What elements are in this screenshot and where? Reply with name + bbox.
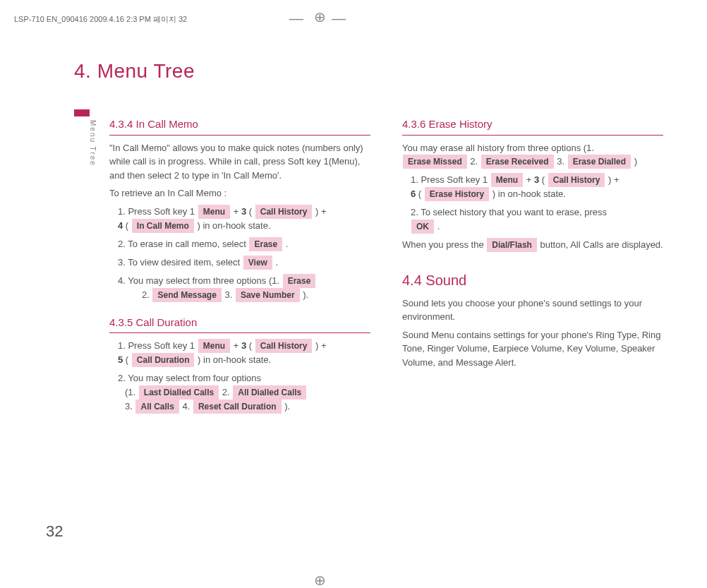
text: 2. To erase in call memo, select <box>118 239 248 249</box>
text: 2. You may select from four options <box>118 373 261 383</box>
text: 2. To select history that you want to er… <box>411 207 607 217</box>
text: 3. To view desired item, select <box>118 257 243 268</box>
text: ( <box>126 354 131 365</box>
text: 3. <box>557 156 567 167</box>
s434-step4: 4. You may select from three options (1.… <box>118 274 370 302</box>
text: ( <box>418 188 424 199</box>
text: ) in on-hook state. <box>493 188 566 199</box>
s435-step1: 1. Press Soft key 1 Menu + 3 ( Call Hist… <box>118 339 370 367</box>
section-434-intro: "In Call Memo" allows you to make quick … <box>109 141 370 183</box>
erase-history-label: Erase History <box>425 187 489 201</box>
text: 4. <box>182 401 192 412</box>
s44-p2: Sound Menu contains settings for your ph… <box>402 328 663 370</box>
erase-dialled-label: Erase Dialled <box>568 155 631 169</box>
menu-button-label-3: Menu <box>491 173 523 187</box>
key-3: 3 <box>534 174 539 185</box>
erase-received-label: Erase Received <box>481 155 554 169</box>
text: . <box>276 257 279 268</box>
save-number-label: Save Number <box>236 288 300 302</box>
menu-button-label: Menu <box>198 205 230 219</box>
doc-header-line: LSP-710 EN_090416 2009.4.16 2:3 PM 페이지 3… <box>14 14 187 25</box>
text: ) + <box>315 206 327 217</box>
text: ) <box>634 156 637 167</box>
text: (1. <box>125 387 138 397</box>
all-dialled-label: All Dialled Calls <box>233 385 306 400</box>
text: 1. Press Soft key 1 <box>118 340 195 351</box>
erase-label-2: Erase <box>283 274 316 288</box>
call-history-label: Call History <box>255 205 313 219</box>
text: ) in on-hook state. <box>197 220 270 231</box>
text: ) + <box>608 174 620 185</box>
side-tab-label: Menu Tree <box>89 120 97 167</box>
text: 2. <box>222 387 232 397</box>
text: 4. You may select from three options (1. <box>118 275 282 286</box>
right-column: 4.3.6 Erase History You may erase all hi… <box>402 104 663 418</box>
section-435-heading: 4.3.5 Call Duration <box>109 315 370 334</box>
s436-outro: When you press the Dial/Flash button, Al… <box>402 238 663 252</box>
text: 1. Press Soft key 1 <box>118 206 195 217</box>
section-436-heading: 4.3.6 Erase History <box>402 116 663 136</box>
text: ). <box>284 401 290 412</box>
text: When you press the <box>402 239 486 250</box>
section-44-heading: 4.4 Sound <box>402 270 663 291</box>
section-434-heading: 4.3.4 In Call Memo <box>109 116 370 136</box>
text: + <box>234 340 241 351</box>
send-message-label: Send Message <box>152 288 221 302</box>
text: ) in on-hook state. <box>198 354 271 365</box>
text: ( <box>249 206 255 217</box>
s434-step1: 1. Press Soft key 1 Menu + 3 ( Call Hist… <box>118 205 370 233</box>
call-history-label-2: Call History <box>255 339 313 353</box>
dial-flash-label: Dial/Flash <box>487 238 537 252</box>
s436-step1: 1. Press Soft key 1 Menu + 3 ( Call Hist… <box>411 173 663 201</box>
page-content: 4. Menu Tree Menu Tree 4.3.4 In Call Mem… <box>74 60 667 418</box>
text: 3. <box>224 289 234 300</box>
erase-missed-label: Erase Missed <box>403 155 467 169</box>
text: ( <box>542 174 548 185</box>
key-6: 6 <box>411 188 416 199</box>
section-434-retrieve: To retrieve an In Call Memo : <box>109 186 370 200</box>
text: 1. Press Soft key 1 <box>411 174 488 185</box>
erase-label: Erase <box>249 237 282 251</box>
text: ( <box>249 340 255 351</box>
text: ). <box>303 289 308 300</box>
key-5: 5 <box>118 354 123 365</box>
s434-step3: 3. To view desired item, select View . <box>118 256 370 270</box>
page-number: 32 <box>46 522 63 541</box>
text: You may erase all history from three opt… <box>402 143 594 153</box>
reset-duration-label: Reset Call Duration <box>193 400 282 414</box>
chapter-title: 4. Menu Tree <box>74 60 667 83</box>
s434-step2: 2. To erase in call memo, select Erase . <box>118 237 370 251</box>
s44-p1: Sound lets you choose your phone's sound… <box>402 296 663 324</box>
ok-label: OK <box>411 220 434 234</box>
text: ( <box>126 220 131 231</box>
menu-button-label-2: Menu <box>198 339 230 353</box>
text: 2. <box>470 156 480 167</box>
text: + <box>234 206 241 217</box>
call-history-label-3: Call History <box>548 173 605 187</box>
key-3: 3 <box>241 206 246 217</box>
s435-step2: 2. You may select from four options (1. … <box>118 371 370 414</box>
in-call-memo-label: In Call Memo <box>132 219 194 233</box>
s436-step2: 2. To select history that you want to er… <box>411 205 663 234</box>
all-calls-label: All Calls <box>135 400 179 414</box>
text: button, All Calls are displayed. <box>540 239 663 250</box>
left-column: 4.3.4 In Call Memo "In Call Memo" allows… <box>109 104 370 418</box>
text: + <box>526 174 534 185</box>
text: . <box>286 239 289 249</box>
text: ) + <box>315 340 327 351</box>
side-red-bar <box>74 109 90 116</box>
text: 3. <box>125 401 135 412</box>
last-dialled-label: Last Dialled Calls <box>139 385 219 400</box>
key-3: 3 <box>241 340 246 351</box>
text: 2. <box>142 289 152 300</box>
text: . <box>437 221 440 232</box>
view-label: View <box>243 256 272 270</box>
key-4: 4 <box>118 220 123 231</box>
s436-intro: You may erase all history from three opt… <box>402 141 663 169</box>
call-duration-label: Call Duration <box>132 353 195 367</box>
